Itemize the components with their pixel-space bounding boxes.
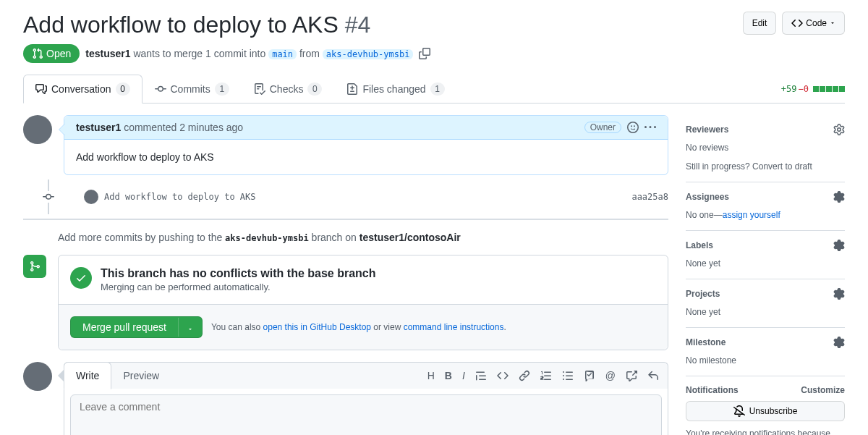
bell-slash-icon [733, 405, 745, 417]
pr-title: Add workflow to deploy to AKS #4 [23, 12, 370, 38]
divider [23, 219, 668, 220]
pr-author: testuser1 [85, 48, 130, 59]
tab-conversation[interactable]: Conversation 0 [23, 75, 142, 104]
git-commit-icon [43, 191, 54, 203]
projects-text: None yet [686, 305, 845, 318]
gear-icon[interactable] [833, 124, 845, 135]
kebab-icon[interactable] [644, 122, 656, 133]
comment-body: Add workflow to deploy to AKS [64, 140, 668, 174]
milestone-text: No milestone [686, 354, 845, 367]
copy-icon[interactable] [419, 48, 430, 59]
cross-reference-icon[interactable] [626, 370, 637, 381]
assign-yourself-link[interactable]: assign yourself [723, 210, 780, 220]
tab-checks[interactable]: Checks 0 [242, 75, 335, 103]
gear-icon[interactable] [833, 240, 845, 251]
italic-icon[interactable]: I [462, 370, 465, 381]
gear-icon[interactable] [833, 288, 845, 300]
caret-down-icon [187, 326, 193, 332]
merge-button[interactable]: Merge pull request [70, 316, 203, 338]
notifications-heading: Notifications [686, 385, 739, 395]
code-icon[interactable] [497, 370, 509, 381]
commit-sha[interactable]: aaa25a8 [631, 192, 668, 202]
commit-message[interactable]: Add workflow to deploy to AKS [104, 192, 626, 202]
code-icon [791, 17, 803, 29]
assignees-heading: Assignees [686, 192, 729, 202]
heading-icon[interactable]: H [427, 370, 435, 381]
convert-draft-link[interactable]: Still in progress? Convert to draft [686, 161, 812, 172]
avatar[interactable] [23, 362, 52, 391]
avatar[interactable] [23, 115, 52, 144]
git-pull-request-icon [32, 48, 43, 59]
diffstat: +59 −0 [781, 84, 845, 94]
checklist-icon [254, 83, 265, 95]
merge-icon-badge [23, 255, 46, 278]
smiley-icon[interactable] [627, 122, 639, 133]
head-branch-label[interactable]: aks-devhub-ymsbi [323, 49, 414, 59]
conversation-count: 0 [116, 83, 130, 96]
push-hint: Add more commits by pushing to the aks-d… [23, 232, 668, 255]
open-desktop-link[interactable]: open this in GitHub Desktop [263, 322, 371, 332]
pr-state-badge: Open [23, 44, 80, 63]
edit-button[interactable]: Edit [743, 12, 777, 35]
markdown-toolbar: H B I @ [419, 370, 668, 381]
reviewers-text: No reviews [686, 141, 845, 154]
gear-icon[interactable] [833, 191, 845, 203]
quote-icon[interactable] [475, 370, 487, 381]
comment-editor: Write Preview H B I [64, 362, 668, 435]
milestone-heading: Milestone [686, 337, 726, 347]
merge-box: This branch has no conflicts with the ba… [58, 255, 668, 350]
pr-number: #4 [345, 12, 371, 38]
merge-status-sub: Merging can be performed automatically. [101, 282, 376, 292]
projects-heading: Projects [686, 289, 720, 299]
unsubscribe-button[interactable]: Unsubscribe [686, 401, 845, 421]
caret-down-icon [830, 20, 835, 26]
link-icon[interactable] [519, 370, 530, 381]
cli-instructions-link[interactable]: command line instructions [404, 322, 504, 332]
git-merge-icon [29, 261, 41, 272]
list-unordered-icon[interactable] [562, 370, 574, 381]
tab-commits[interactable]: Commits 1 [142, 75, 242, 103]
tab-files-changed[interactable]: Files changed 1 [334, 75, 456, 103]
files-count: 1 [430, 83, 445, 96]
pr-merge-description: testuser1 wants to merge 1 commit into m… [85, 48, 413, 59]
commits-count: 1 [215, 83, 229, 96]
merge-status-title: This branch has no conflicts with the ba… [101, 267, 376, 280]
bold-icon[interactable]: B [445, 370, 452, 381]
reviewers-heading: Reviewers [686, 124, 728, 135]
comment-box: testuser1 commented 2 minutes ago Owner … [64, 115, 668, 175]
base-branch-label[interactable]: main [268, 49, 297, 59]
comment-discussion-icon [35, 83, 47, 95]
merge-check-circle [70, 267, 92, 289]
code-button[interactable]: Code [782, 12, 845, 35]
tasklist-icon[interactable] [584, 370, 595, 381]
gear-icon[interactable] [833, 337, 845, 348]
labels-text: None yet [686, 257, 845, 270]
file-diff-icon [346, 83, 358, 95]
customize-link[interactable]: Customize [801, 385, 845, 395]
git-commit-icon [155, 83, 166, 95]
commit-avatar[interactable] [84, 190, 98, 204]
notification-reason: You're receiving notifications because y… [686, 427, 845, 435]
write-tab[interactable]: Write [64, 362, 111, 389]
mention-icon[interactable]: @ [605, 370, 616, 381]
check-icon [75, 272, 87, 284]
preview-tab[interactable]: Preview [111, 363, 171, 389]
comment-textarea[interactable] [70, 394, 662, 435]
list-ordered-icon[interactable] [540, 370, 552, 381]
owner-label: Owner [584, 122, 621, 133]
labels-heading: Labels [686, 240, 713, 250]
commit-row: Add workflow to deploy to AKS aaa25a8 [23, 187, 668, 207]
reply-icon[interactable] [647, 370, 659, 381]
checks-count: 0 [307, 83, 322, 96]
comment-author[interactable]: testuser1 [76, 122, 121, 133]
